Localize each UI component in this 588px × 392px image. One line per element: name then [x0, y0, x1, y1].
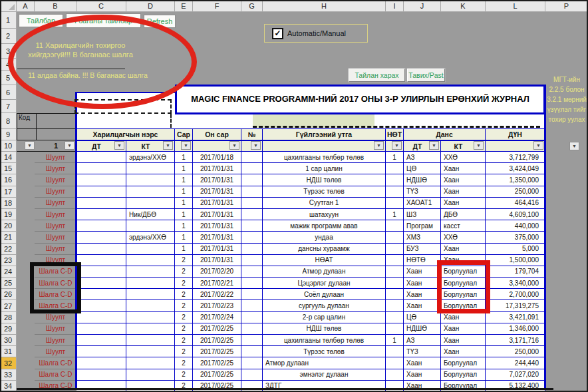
cell-D17[interactable] — [126, 186, 175, 198]
row-header-8[interactable]: 8 — [0, 113, 17, 129]
cell-F16[interactable]: 2017/01/31 — [193, 174, 241, 186]
cell-J30[interactable]: АЗ — [404, 335, 441, 346]
cell-E27[interactable]: 2 — [175, 300, 193, 311]
cell-I23[interactable] — [386, 255, 404, 266]
cell-L27[interactable]: 17,319,275 — [486, 300, 545, 311]
cell-F26[interactable]: 2017/02/22 — [193, 289, 241, 300]
cell-J24[interactable]: Хаан — [404, 266, 441, 278]
cell-F14[interactable]: 2017/01/18 — [193, 152, 241, 163]
filter-dropdown-a-icon[interactable]: ▼ — [25, 141, 35, 150]
cell-F23[interactable]: 2017/01/31 — [193, 255, 241, 266]
cell-C20[interactable] — [76, 220, 126, 232]
cell-I16[interactable] — [386, 174, 404, 186]
cell-E30[interactable]: 2 — [175, 335, 193, 346]
cell-G34[interactable] — [241, 381, 263, 392]
cell-C33[interactable] — [76, 369, 126, 381]
cell-C15[interactable] — [76, 163, 126, 174]
cell-I20[interactable] — [386, 220, 404, 232]
cell-F21[interactable]: 2017/01/31 — [193, 232, 241, 243]
cell-H15[interactable]: 1 сар цалин — [263, 163, 386, 174]
cell-J16[interactable]: НДШӨ — [404, 174, 441, 186]
cell-J33[interactable]: Хаан — [404, 369, 441, 381]
cell-F34[interactable]: 2017/02/25 — [193, 381, 241, 392]
cell-K29[interactable]: Хаан — [441, 323, 486, 335]
cell-C19[interactable] — [76, 209, 126, 220]
row-header-27[interactable]: 27 — [0, 300, 17, 311]
cell-K34[interactable]: Борлуулал — [441, 381, 486, 392]
cell-E17[interactable]: 1 — [175, 186, 193, 198]
cell-K15[interactable]: Хаан — [441, 163, 486, 174]
cell-L26[interactable]: 2,700,000 — [486, 289, 545, 300]
cell-J20[interactable]: Програм — [404, 220, 441, 232]
table-subheader-6[interactable]: ▼ — [263, 140, 386, 152]
cell-I15[interactable] — [386, 163, 404, 174]
cell-D30[interactable] — [126, 335, 175, 346]
cell-F25[interactable]: 2017/02/21 — [193, 278, 241, 289]
row-header-33[interactable]: 33 — [0, 369, 17, 381]
row-header-22[interactable]: 22 — [0, 244, 17, 255]
cell-J28[interactable]: ЦӨ — [404, 312, 441, 323]
cell-H26[interactable]: Соёл дулаан — [263, 289, 386, 300]
cell-C23[interactable] — [76, 255, 126, 266]
cell-K16[interactable]: Хаан — [441, 174, 486, 186]
cell-L22[interactable]: 5,000 — [486, 244, 545, 255]
cell-I24[interactable] — [386, 266, 404, 278]
cell-G30[interactable] — [241, 335, 263, 346]
cell-C31[interactable] — [76, 346, 126, 357]
cell-E21[interactable]: 1 — [175, 232, 193, 243]
table-subheader-4[interactable]: ▼ — [193, 140, 241, 152]
cell-C18[interactable] — [76, 198, 126, 209]
cell-D18[interactable] — [126, 198, 175, 209]
cell-L14[interactable]: 3,712,799 — [486, 152, 545, 163]
cell-E15[interactable]: 1 — [175, 163, 193, 174]
filter-dropdown-icon[interactable]: ▼ — [229, 141, 239, 150]
column-header-G[interactable]: G — [241, 0, 263, 12]
cell-F32[interactable]: 2017/02/25 — [193, 357, 241, 369]
cell-K30[interactable]: Хаан — [441, 335, 486, 346]
row-header-20[interactable]: 20 — [0, 220, 17, 232]
cell-K28[interactable]: Хаан — [441, 312, 486, 323]
row-header-10[interactable]: 10 — [0, 140, 17, 152]
row-header-1[interactable]: 1 — [0, 12, 17, 29]
cell-L17[interactable]: 250,000 — [486, 186, 545, 198]
report-view-button[interactable]: Тайлан харах — [349, 69, 405, 82]
cell-J19[interactable]: ШЗ — [404, 209, 441, 220]
cell-E32[interactable]: 2 — [175, 357, 193, 369]
cell-B18[interactable]: Шуулт — [35, 198, 76, 209]
cell-G20[interactable] — [241, 220, 263, 232]
cell-F22[interactable]: 2017/01/31 — [193, 244, 241, 255]
cell-H30[interactable]: цахилгааны төлбөр төлөв — [263, 335, 386, 346]
column-header-I[interactable]: I — [386, 0, 404, 12]
cell-H32[interactable]: Атмор дулаан — [263, 357, 386, 369]
cell-J31[interactable]: ТҮЗ — [404, 346, 441, 357]
cell-F17[interactable]: 2017/01/31 — [193, 186, 241, 198]
row-header-25[interactable]: 25 — [0, 278, 17, 289]
cell-K22[interactable]: Хаан — [441, 244, 486, 255]
cell-L24[interactable]: 179,704 — [486, 266, 545, 278]
cell-C14[interactable] — [76, 152, 126, 163]
cell-I14[interactable]: 1 — [386, 152, 404, 163]
cell-C34[interactable] — [76, 381, 126, 392]
cell-K20[interactable]: касст — [441, 220, 486, 232]
cell-H29[interactable]: НДШ төлөв — [263, 323, 386, 335]
row-header-9[interactable]: 9 — [0, 129, 17, 140]
cell-C29[interactable] — [76, 323, 126, 335]
cell-K33[interactable]: Борлуулал — [441, 369, 486, 381]
cell-F31[interactable]: 2017/02/25 — [193, 346, 241, 357]
cell-D14[interactable]: эрдэнэ/ХХӨ — [126, 152, 175, 163]
table-subheader-9[interactable]: КТ▼ — [441, 140, 486, 152]
cell-I34[interactable] — [386, 381, 404, 392]
cell-I17[interactable] — [386, 186, 404, 198]
cell-H17[interactable]: Түрээс төлөв — [263, 186, 386, 198]
cell-C25[interactable] — [76, 278, 126, 289]
cell-I22[interactable] — [386, 244, 404, 255]
cell-D33[interactable] — [126, 369, 175, 381]
table-header-7[interactable]: Данс — [404, 128, 486, 140]
cell-D15[interactable] — [126, 163, 175, 174]
row-header-23[interactable]: 23 — [0, 255, 17, 266]
cell-H23[interactable]: НӨАТ — [263, 255, 386, 266]
cell-C32[interactable] — [76, 357, 126, 369]
cell-G27[interactable] — [241, 300, 263, 311]
cell-E34[interactable]: 2 — [175, 381, 193, 392]
filter-dropdown-icon[interactable]: ▼ — [374, 141, 384, 150]
